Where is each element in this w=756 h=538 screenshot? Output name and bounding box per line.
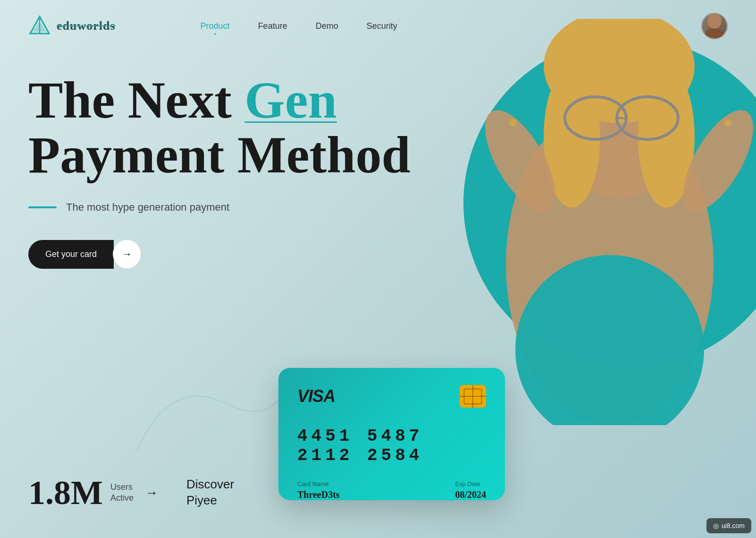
nav-links: Product Feature Demo Security <box>201 21 397 31</box>
hero-title: The Next Gen Payment Method <box>28 73 411 182</box>
nav-link-feature[interactable]: Feature <box>258 21 287 31</box>
cta-arrow-icon: → <box>113 239 141 269</box>
stat-main: 1.8M Users Active → <box>28 476 158 510</box>
card-name-field: Card Name ThreeD3ts <box>297 480 340 500</box>
hero-title-part1: The Next <box>28 71 244 129</box>
stat-number: 1.8M <box>28 476 103 510</box>
stat-label-2: Active <box>110 493 134 504</box>
hero-subtitle-text: The most hype generation payment <box>66 201 229 213</box>
visa-logo: VISA <box>297 386 335 406</box>
watermark-text: ui8.com <box>722 522 745 529</box>
svg-point-12 <box>509 119 517 127</box>
card-name-value: ThreeD3ts <box>297 489 340 500</box>
card-name-label: Card Name <box>297 480 340 487</box>
stats-area: 1.8M Users Active → Discover Piyee <box>28 476 234 510</box>
hero-person-image <box>426 0 756 425</box>
nav-link-product[interactable]: Product <box>201 21 230 31</box>
logo-text: eduworlds <box>57 19 116 33</box>
chip-icon <box>460 385 486 408</box>
card-number: 4451 5487 2112 2584 <box>297 427 486 465</box>
svg-point-13 <box>724 119 731 127</box>
logo-area[interactable]: eduworlds <box>28 15 116 37</box>
card-header: VISA <box>297 385 486 408</box>
hero-content: The Next Gen Payment Method The most hyp… <box>28 73 411 269</box>
navbar: eduworlds Product Feature Demo Security <box>0 0 756 52</box>
hero-title-highlight: Gen <box>244 71 337 129</box>
credit-card: VISA 4451 5487 2112 2584 Card Name Three… <box>278 368 505 500</box>
watermark: ◎ ui8.com <box>706 518 751 533</box>
cta-button[interactable]: Get your card → <box>28 239 141 269</box>
subtitle-line-decoration <box>28 206 57 208</box>
hero-subtitle: The most hype generation payment <box>28 201 411 213</box>
discover-line1: Discover <box>186 477 234 493</box>
stat-label-1: Users <box>110 482 134 493</box>
card-exp-label: Exp Date <box>455 480 486 487</box>
discover-text: Discover Piyee <box>186 477 234 509</box>
curve-decoration <box>132 366 283 462</box>
card-footer: Card Name ThreeD3ts Exp Date 08/2024 <box>297 480 486 500</box>
card-exp-field: Exp Date 08/2024 <box>455 480 486 500</box>
logo-icon <box>28 15 51 37</box>
stat-labels: Users Active <box>110 482 134 504</box>
card-exp-value: 08/2024 <box>455 489 486 500</box>
nav-right <box>701 13 728 39</box>
watermark-icon: ◎ <box>713 522 719 529</box>
nav-link-demo[interactable]: Demo <box>316 21 338 31</box>
hero-title-part2: Payment Method <box>28 126 411 184</box>
cta-button-label: Get your card <box>28 240 114 269</box>
discover-line2: Piyee <box>186 493 234 509</box>
stat-arrow-icon[interactable]: → <box>145 485 158 500</box>
svg-point-18 <box>705 28 724 38</box>
avatar[interactable] <box>701 13 728 39</box>
nav-link-security[interactable]: Security <box>367 21 397 31</box>
